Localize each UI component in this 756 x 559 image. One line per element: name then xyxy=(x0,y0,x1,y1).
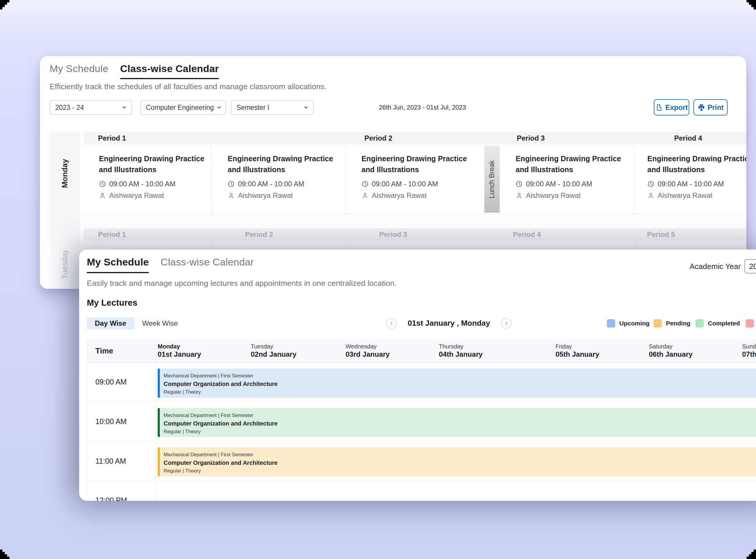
academic-year-value: 2023 - 24 xyxy=(55,104,84,112)
lecture-event-pending[interactable]: Mechanical Department | First Semester C… xyxy=(158,447,756,476)
day-date: 07th January xyxy=(742,350,756,358)
day-name: Monday xyxy=(158,343,180,350)
time-slot-label: 12:00 PM xyxy=(95,496,127,501)
day-name: Saturday xyxy=(649,343,672,350)
lesson-teacher-row: Aishwarya Rawat xyxy=(99,192,212,200)
clock-icon xyxy=(361,180,369,187)
previous-day-button[interactable] xyxy=(386,318,397,329)
day-name: Sunday xyxy=(742,343,756,350)
semester-select[interactable]: Semester I xyxy=(231,100,314,115)
person-icon xyxy=(99,192,106,199)
department-select[interactable]: Computer Engineering xyxy=(140,100,226,115)
event-department: Mechanical Department | First Semester xyxy=(163,451,756,459)
schedule-table-header: Time Monday 01st January Tuesday 02nd Ja… xyxy=(87,339,756,363)
chevron-right-icon xyxy=(504,321,509,326)
day-name: Thursday xyxy=(439,343,463,350)
event-meta: Regular | Theory xyxy=(163,467,756,475)
academic-year-select[interactable]: 2023 - 24 xyxy=(50,100,132,115)
legend-label: Pending xyxy=(666,320,690,327)
clock-icon xyxy=(647,180,654,187)
lesson-time-row: 09:00 AM - 10:00 AM xyxy=(99,180,212,188)
lesson-time-row: 09:00 AM - 10:00 AM xyxy=(516,180,636,188)
tab-week-wise[interactable]: Week Wise xyxy=(134,317,186,329)
tab-classwise-calendar[interactable]: Class-wise Calendar xyxy=(120,62,219,79)
lesson-cell[interactable]: Engineering Drawing Practice and Illustr… xyxy=(212,144,345,215)
lesson-title: Engineering Drawing Practice and Illustr… xyxy=(228,153,337,175)
lesson-cell[interactable]: Engineering Drawing Practice and Illustr… xyxy=(633,144,746,215)
lesson-cell[interactable]: Engineering Drawing Practice and Illustr… xyxy=(345,144,484,215)
export-icon xyxy=(655,104,663,111)
monday-label-text: Monday xyxy=(60,159,69,188)
my-lectures-heading: My Lectures xyxy=(87,298,137,308)
person-icon xyxy=(516,192,523,199)
time-column-header: Time xyxy=(95,346,113,356)
lesson-time: 09:00 AM - 10:00 AM xyxy=(526,180,592,188)
time-slot-label: 11:00 AM xyxy=(95,457,126,465)
lesson-title: Engineering Drawing Practice and Illustr… xyxy=(361,153,471,175)
print-button[interactable]: Print xyxy=(693,99,728,115)
event-title: Computer Organization and Architecture xyxy=(163,380,756,388)
legend-item-upcoming: Upcoming xyxy=(607,319,650,328)
tab-my-schedule[interactable]: My Schedule xyxy=(50,62,108,79)
lesson-teacher: Aishwarya Rawat xyxy=(109,192,164,200)
legend-label: Completed xyxy=(708,320,740,327)
chevron-left-icon xyxy=(389,321,394,326)
clock-icon xyxy=(99,180,106,187)
monday-period-header-row: Period 1 Period 2 Period 3 Period 4 xyxy=(84,132,746,144)
event-meta: Regular | Theory xyxy=(163,388,756,396)
calendar-card-subtitle: Efficiently track the schedules of all f… xyxy=(50,82,327,91)
next-day-button[interactable] xyxy=(501,318,511,329)
week-date-range: 26th Jun, 2023 - 01st Jul, 2023 xyxy=(379,100,466,115)
schedule-card-subtitle: Easily track and manage upcoming lecture… xyxy=(87,279,397,288)
export-label: Export xyxy=(665,103,688,112)
lesson-teacher: Aishwarya Rawat xyxy=(658,192,712,200)
lesson-teacher: Aishwarya Rawat xyxy=(372,192,426,200)
lesson-teacher-row: Aishwarya Rawat xyxy=(228,192,345,200)
person-icon xyxy=(647,192,654,199)
lesson-cell[interactable]: Engineering Drawing Practice and Illustr… xyxy=(500,144,636,215)
current-date-label: 01st January , Monday xyxy=(397,319,501,328)
lesson-time: 09:00 AM - 10:00 AM xyxy=(109,180,175,188)
chevron-down-icon xyxy=(303,104,310,111)
export-button[interactable]: Export xyxy=(654,99,689,115)
tab-my-schedule[interactable]: My Schedule xyxy=(87,255,149,273)
semester-value: Semester I xyxy=(237,104,269,112)
academic-year-value: 20 xyxy=(749,262,756,271)
legend-item-cancelled xyxy=(746,319,756,328)
day-date: 02nd January xyxy=(251,350,296,358)
cancelled-color-swatch xyxy=(746,319,754,328)
day-name: Tuesday xyxy=(251,343,273,350)
day-date: 03rd January xyxy=(346,350,390,358)
lesson-time: 09:00 AM - 10:00 AM xyxy=(238,180,304,188)
lunch-break-label: Lunch Break xyxy=(488,160,496,198)
academic-year-select[interactable]: 20 xyxy=(744,259,756,273)
lesson-title: Engineering Drawing Practice and Illustr… xyxy=(99,153,209,175)
lesson-cell[interactable]: Engineering Drawing Practice and Illustr… xyxy=(84,144,212,215)
row-divider xyxy=(87,401,756,402)
row-label-monday: Monday xyxy=(49,132,80,215)
event-title: Computer Organization and Architecture xyxy=(163,459,756,467)
event-title: Computer Organization and Architecture xyxy=(163,419,756,428)
lecture-event-completed[interactable]: Mechanical Department | First Semester C… xyxy=(158,408,756,437)
person-icon xyxy=(361,192,369,199)
legend-item-completed: Completed xyxy=(695,319,740,328)
print-label: Print xyxy=(708,103,724,112)
day-date: 01st January xyxy=(158,350,201,358)
view-mode-tabs: Day Wise Week Wise xyxy=(87,317,186,329)
clock-icon xyxy=(516,180,523,187)
person-icon xyxy=(228,192,235,199)
lesson-time-row: 09:00 AM - 10:00 AM xyxy=(228,180,345,188)
upcoming-color-swatch xyxy=(607,319,615,328)
print-icon xyxy=(697,104,705,111)
chevron-down-icon xyxy=(121,104,128,111)
tab-day-wise[interactable]: Day Wise xyxy=(87,317,134,329)
day-name: Wednesday xyxy=(346,343,377,350)
academic-year-label: Academic Year xyxy=(690,260,741,273)
event-meta: Regular | Theory xyxy=(163,428,756,435)
lunch-break-bar: Lunch Break xyxy=(484,146,500,213)
lecture-event-upcoming[interactable]: Mechanical Department | First Semester C… xyxy=(158,368,756,398)
time-slot-label: 09:00 AM xyxy=(95,378,127,386)
period-header: Period 4 xyxy=(513,228,541,241)
time-column-divider xyxy=(156,339,156,501)
tab-classwise-calendar[interactable]: Class-wise Calendar xyxy=(161,255,254,273)
